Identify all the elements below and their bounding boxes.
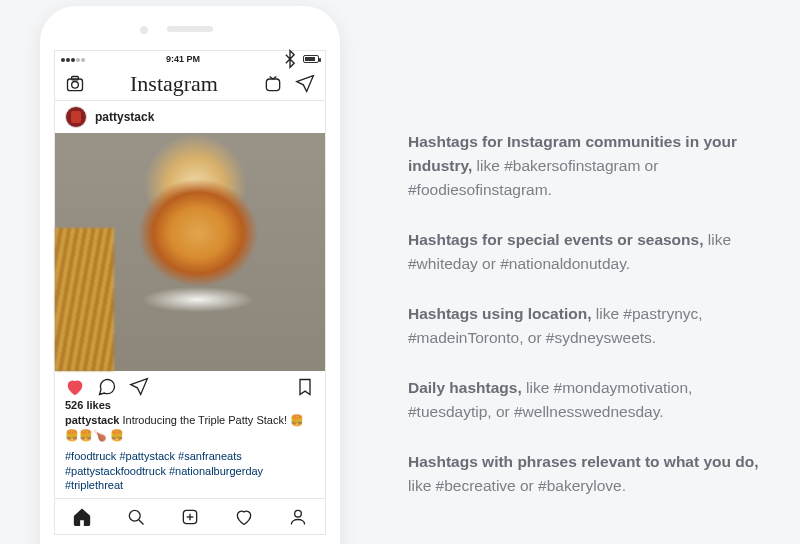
search-icon[interactable] <box>126 507 146 527</box>
profile-icon[interactable] <box>288 507 308 527</box>
svg-rect-3 <box>266 79 279 91</box>
likes-count[interactable]: 526 likes <box>55 399 325 411</box>
tip-item: Hashtags for Instagram communities in yo… <box>408 130 770 202</box>
send-icon[interactable] <box>295 74 315 94</box>
share-icon[interactable] <box>129 377 149 397</box>
svg-point-1 <box>72 81 79 88</box>
caption-username[interactable]: pattystack <box>65 414 119 426</box>
hashtag-line: #triplethreat <box>65 478 315 493</box>
svg-rect-0 <box>68 79 83 91</box>
app-header: Instagram <box>55 67 325 101</box>
tip-bold: Hashtags using location, <box>408 305 591 322</box>
post-user-row[interactable]: pattystack <box>55 101 325 133</box>
hashtag-line: #foodtruck #pattystack #sanfraneats <box>65 449 315 464</box>
post-caption: pattystack Introducing the Triple Patty … <box>55 411 325 445</box>
tip-bold: Daily hashtags, <box>408 379 522 396</box>
tip-rest: like #becreative or #bakerylove. <box>408 477 626 494</box>
svg-rect-2 <box>72 76 79 79</box>
tips-column: Hashtags for Instagram communities in yo… <box>380 0 800 544</box>
tip-item: Hashtags using location, like #pastrynyc… <box>408 302 770 350</box>
bluetooth-icon <box>280 49 300 69</box>
camera-icon[interactable] <box>65 74 85 94</box>
tip-item: Hashtags with phrases relevant to what y… <box>408 450 770 498</box>
igtv-icon[interactable] <box>263 74 283 94</box>
home-icon[interactable] <box>72 507 92 527</box>
app-logo: Instagram <box>130 71 218 97</box>
status-bar: 9:41 PM <box>55 51 325 67</box>
status-time: 9:41 PM <box>166 54 200 64</box>
tip-item: Hashtags for special events or seasons, … <box>408 228 770 276</box>
svg-point-4 <box>129 510 140 521</box>
post-username: pattystack <box>95 110 154 124</box>
like-icon[interactable] <box>65 377 85 397</box>
battery-icon <box>303 55 319 63</box>
bookmark-icon[interactable] <box>295 377 315 397</box>
post-hashtags[interactable]: #foodtruck #pattystack #sanfraneats #pat… <box>55 445 325 494</box>
activity-icon[interactable] <box>234 507 254 527</box>
phone-screen: 9:41 PM Instagram pattystack <box>54 50 326 535</box>
hashtag-line: #pattystackfoodtruck #nationalburgerday <box>65 464 315 479</box>
tip-bold: Hashtags with phrases relevant to what y… <box>408 453 759 470</box>
tip-item: Daily hashtags, like #mondaymotivation, … <box>408 376 770 424</box>
signal-dots-icon <box>61 54 86 64</box>
comment-icon[interactable] <box>97 377 117 397</box>
svg-point-9 <box>295 510 302 517</box>
svg-line-5 <box>139 519 144 524</box>
post-image[interactable] <box>55 133 325 371</box>
post-actions <box>55 371 325 399</box>
tip-bold: Hashtags for special events or seasons, <box>408 231 703 248</box>
tab-bar <box>55 498 325 534</box>
phone-mockup: 9:41 PM Instagram pattystack <box>40 6 340 544</box>
new-post-icon[interactable] <box>180 507 200 527</box>
avatar <box>65 106 87 128</box>
